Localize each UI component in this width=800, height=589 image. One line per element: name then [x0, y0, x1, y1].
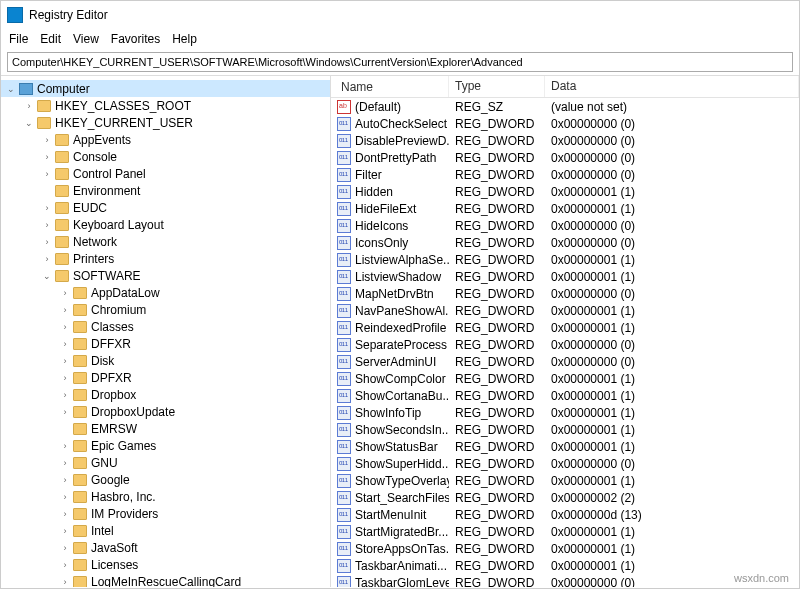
value-row[interactable]: HideFileExtREG_DWORD0x00000001 (1): [331, 200, 799, 217]
tree-item[interactable]: ⌄SOFTWARE: [1, 267, 330, 284]
tree-item[interactable]: ›AppEvents: [1, 131, 330, 148]
value-row[interactable]: AutoCheckSelectREG_DWORD0x00000000 (0): [331, 115, 799, 132]
tree-item[interactable]: ›IM Providers: [1, 505, 330, 522]
chevron-right-icon[interactable]: ›: [59, 356, 71, 366]
tree-item[interactable]: ⌄HKEY_CURRENT_USER: [1, 114, 330, 131]
value-row[interactable]: ShowInfoTipREG_DWORD0x00000001 (1): [331, 404, 799, 421]
chevron-right-icon[interactable]: ›: [41, 220, 53, 230]
value-list[interactable]: Name Type Data (Default)REG_SZ(value not…: [331, 76, 799, 587]
chevron-right-icon[interactable]: ›: [59, 407, 71, 417]
chevron-right-icon[interactable]: ›: [59, 322, 71, 332]
chevron-right-icon[interactable]: ›: [41, 169, 53, 179]
value-row[interactable]: ShowSuperHidd...REG_DWORD0x00000000 (0): [331, 455, 799, 472]
chevron-right-icon[interactable]: ›: [41, 254, 53, 264]
chevron-right-icon[interactable]: ›: [59, 373, 71, 383]
value-row[interactable]: FilterREG_DWORD0x00000000 (0): [331, 166, 799, 183]
chevron-right-icon[interactable]: ›: [59, 492, 71, 502]
value-row[interactable]: ReindexedProfileREG_DWORD0x00000001 (1): [331, 319, 799, 336]
tree-item[interactable]: Environment: [1, 182, 330, 199]
tree-item[interactable]: ›Chromium: [1, 301, 330, 318]
value-name: SeparateProcess: [355, 338, 447, 352]
tree-item[interactable]: ›Console: [1, 148, 330, 165]
chevron-right-icon[interactable]: ›: [59, 305, 71, 315]
value-row[interactable]: MapNetDrvBtnREG_DWORD0x00000000 (0): [331, 285, 799, 302]
tree-item[interactable]: ›HKEY_CLASSES_ROOT: [1, 97, 330, 114]
value-row[interactable]: ShowStatusBarREG_DWORD0x00000001 (1): [331, 438, 799, 455]
tree-item[interactable]: ›EUDC: [1, 199, 330, 216]
chevron-right-icon[interactable]: ›: [59, 339, 71, 349]
value-row[interactable]: StartMenuInitREG_DWORD0x0000000d (13): [331, 506, 799, 523]
value-row[interactable]: NavPaneShowAl...REG_DWORD0x00000001 (1): [331, 302, 799, 319]
chevron-right-icon[interactable]: ›: [59, 509, 71, 519]
value-row[interactable]: HiddenREG_DWORD0x00000001 (1): [331, 183, 799, 200]
col-header-name[interactable]: Name: [331, 76, 449, 97]
value-row[interactable]: StoreAppsOnTas...REG_DWORD0x00000001 (1): [331, 540, 799, 557]
chevron-right-icon[interactable]: ›: [59, 458, 71, 468]
chevron-right-icon[interactable]: ›: [59, 560, 71, 570]
tree-item[interactable]: ›LogMeInRescueCallingCard: [1, 573, 330, 587]
tree-item[interactable]: ›Network: [1, 233, 330, 250]
chevron-right-icon[interactable]: ›: [41, 203, 53, 213]
tree-item[interactable]: ›Google: [1, 471, 330, 488]
address-bar[interactable]: Computer\HKEY_CURRENT_USER\SOFTWARE\Micr…: [7, 52, 793, 72]
value-row[interactable]: ShowSecondsIn...REG_DWORD0x00000001 (1): [331, 421, 799, 438]
menu-edit[interactable]: Edit: [40, 32, 61, 46]
value-row[interactable]: IconsOnlyREG_DWORD0x00000000 (0): [331, 234, 799, 251]
menu-file[interactable]: File: [9, 32, 28, 46]
tree-item[interactable]: ›DPFXR: [1, 369, 330, 386]
chevron-right-icon[interactable]: ›: [59, 441, 71, 451]
value-row[interactable]: ShowTypeOverlayREG_DWORD0x00000001 (1): [331, 472, 799, 489]
tree-item[interactable]: ›DFFXR: [1, 335, 330, 352]
tree-item[interactable]: ›JavaSoft: [1, 539, 330, 556]
key-tree[interactable]: ⌄Computer›HKEY_CLASSES_ROOT⌄HKEY_CURRENT…: [1, 76, 331, 587]
tree-item[interactable]: ›Printers: [1, 250, 330, 267]
chevron-down-icon[interactable]: ⌄: [41, 271, 53, 281]
value-row[interactable]: ShowCortanaBu...REG_DWORD0x00000001 (1): [331, 387, 799, 404]
tree-item[interactable]: ›GNU: [1, 454, 330, 471]
tree-item[interactable]: ›Classes: [1, 318, 330, 335]
tree-item[interactable]: ›Intel: [1, 522, 330, 539]
chevron-right-icon[interactable]: ›: [59, 526, 71, 536]
tree-item[interactable]: ›Disk: [1, 352, 330, 369]
tree-item[interactable]: ›Control Panel: [1, 165, 330, 182]
menu-view[interactable]: View: [73, 32, 99, 46]
value-row[interactable]: SeparateProcessREG_DWORD0x00000000 (0): [331, 336, 799, 353]
value-row[interactable]: StartMigratedBr...REG_DWORD0x00000001 (1…: [331, 523, 799, 540]
tree-item[interactable]: ›Keyboard Layout: [1, 216, 330, 233]
chevron-right-icon[interactable]: ›: [23, 101, 35, 111]
value-row[interactable]: ListviewShadowREG_DWORD0x00000001 (1): [331, 268, 799, 285]
value-row[interactable]: (Default)REG_SZ(value not set): [331, 98, 799, 115]
chevron-down-icon[interactable]: ⌄: [23, 118, 35, 128]
value-row[interactable]: ListviewAlphaSe...REG_DWORD0x00000001 (1…: [331, 251, 799, 268]
value-row[interactable]: DisablePreviewD...REG_DWORD0x00000000 (0…: [331, 132, 799, 149]
menu-favorites[interactable]: Favorites: [111, 32, 160, 46]
value-row[interactable]: Start_SearchFilesREG_DWORD0x00000002 (2): [331, 489, 799, 506]
value-row[interactable]: ServerAdminUIREG_DWORD0x00000000 (0): [331, 353, 799, 370]
tree-item[interactable]: ›DropboxUpdate: [1, 403, 330, 420]
chevron-right-icon[interactable]: ›: [41, 237, 53, 247]
value-name: IconsOnly: [355, 236, 408, 250]
value-row[interactable]: TaskbarGlomLevelREG_DWORD0x00000000 (0): [331, 574, 799, 587]
chevron-down-icon[interactable]: ⌄: [5, 84, 17, 94]
chevron-right-icon[interactable]: ›: [59, 475, 71, 485]
tree-item[interactable]: ›Hasbro, Inc.: [1, 488, 330, 505]
menu-help[interactable]: Help: [172, 32, 197, 46]
value-row[interactable]: HideIconsREG_DWORD0x00000000 (0): [331, 217, 799, 234]
tree-item[interactable]: ›Dropbox: [1, 386, 330, 403]
chevron-right-icon[interactable]: ›: [59, 543, 71, 553]
value-row[interactable]: DontPrettyPathREG_DWORD0x00000000 (0): [331, 149, 799, 166]
col-header-data[interactable]: Data: [545, 76, 799, 97]
tree-item[interactable]: ⌄Computer: [1, 80, 330, 97]
tree-item[interactable]: ›Licenses: [1, 556, 330, 573]
value-row[interactable]: TaskbarAnimati...REG_DWORD0x00000001 (1): [331, 557, 799, 574]
tree-item[interactable]: ›Epic Games: [1, 437, 330, 454]
tree-item[interactable]: EMRSW: [1, 420, 330, 437]
chevron-right-icon[interactable]: ›: [59, 577, 71, 587]
col-header-type[interactable]: Type: [449, 76, 545, 97]
chevron-right-icon[interactable]: ›: [41, 152, 53, 162]
value-row[interactable]: ShowCompColorREG_DWORD0x00000001 (1): [331, 370, 799, 387]
chevron-right-icon[interactable]: ›: [59, 390, 71, 400]
chevron-right-icon[interactable]: ›: [59, 288, 71, 298]
chevron-right-icon[interactable]: ›: [41, 135, 53, 145]
tree-item[interactable]: ›AppDataLow: [1, 284, 330, 301]
